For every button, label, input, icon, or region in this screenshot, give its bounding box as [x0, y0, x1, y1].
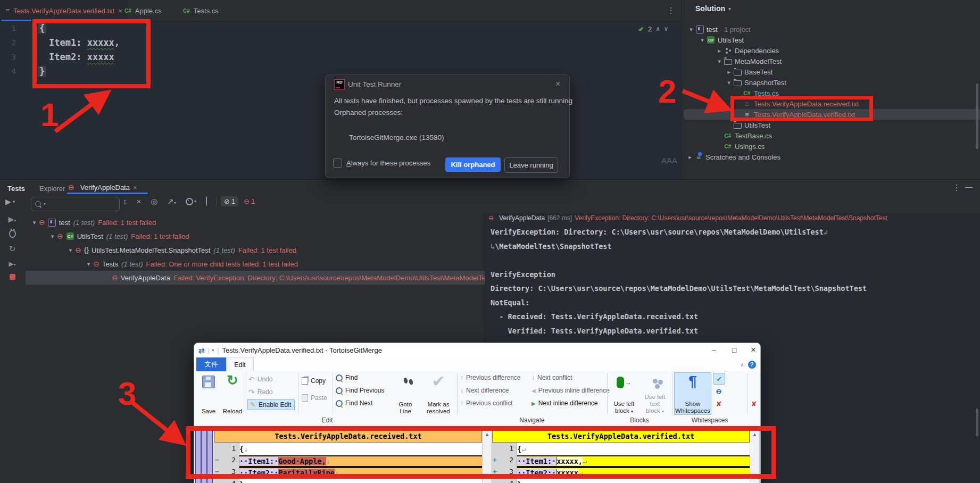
paste-button[interactable]: Paste [302, 394, 327, 402]
preview-icon[interactable]: ◎ [151, 197, 157, 206]
tree-item-solution-test[interactable]: ▾ test · 1 project [684, 24, 977, 35]
tree-item-project-utilstest[interactable]: ▾ C# UtilsTest [684, 35, 980, 45]
diff-line-changed[interactable]: ··Item1:·xxxxx,↵ [517, 455, 750, 467]
collapse-all-icon[interactable]: × [137, 197, 142, 206]
scroll-up-icon[interactable]: ▲ [752, 431, 758, 483]
tab-tests-cs[interactable]: C# Tests.cs [178, 0, 224, 21]
locator-bar[interactable] [195, 428, 201, 483]
failed-filter-badge[interactable]: ⊖ 1 [244, 197, 255, 205]
search-input[interactable]: ▾ [31, 197, 120, 211]
close-icon[interactable]: × [555, 79, 560, 89]
file-menu-tab[interactable]: 文件 [196, 357, 226, 371]
previous-difference-button[interactable]: ↑Previous difference [460, 374, 521, 381]
tree-item-utilstest-folder[interactable]: UtilsTest [684, 120, 980, 130]
edit-tab[interactable]: Edit [226, 357, 254, 372]
enable-edit-button[interactable]: ✎Enable Edit [247, 399, 295, 410]
checkbox-icon[interactable] [333, 159, 342, 168]
scroll-up-icon[interactable]: ▲ [485, 431, 490, 483]
diff-line[interactable]: } [239, 479, 482, 483]
rerun-icon[interactable]: ↻ [9, 244, 16, 254]
previous-conflict-button[interactable]: ↑Previous conflict [460, 399, 512, 407]
stop-icon[interactable] [10, 274, 15, 280]
quick-access-dropdown-icon[interactable]: ▾ [212, 348, 214, 353]
find-previous-button[interactable]: Find Previous [336, 387, 384, 394]
chevron-down-icon[interactable]: ▾ [687, 26, 695, 33]
tree-item-basetest[interactable]: ▸ BaseTest [684, 66, 980, 77]
diff-line[interactable]: {↓ [239, 443, 482, 455]
next-difference-button[interactable]: ↓Next difference [460, 387, 509, 394]
find-next-button[interactable]: Find Next [336, 399, 372, 407]
run-icon[interactable]: ▶ [5, 197, 11, 206]
right-pane-scrollbar[interactable]: ▲ [750, 430, 760, 483]
chevron-down-icon[interactable]: ▾ [48, 233, 57, 240]
show-whitespaces-button[interactable]: ¶ ShowWhitespaces [674, 372, 711, 415]
undo-button[interactable]: ↶Undo [248, 375, 272, 384]
tab-tests[interactable]: Tests [7, 184, 25, 193]
next-conflict-button[interactable]: ↓Next conflict [531, 374, 572, 381]
chevron-down-icon[interactable]: ▾ [30, 219, 39, 226]
next-inline-difference-button[interactable]: ▶Next inline difference [531, 399, 598, 407]
chevron-right-icon[interactable]: ▸ [715, 47, 724, 54]
chevron-down-icon[interactable]: ▾ [715, 58, 724, 65]
whitespace-ignore-icon[interactable]: ⊖ [713, 386, 724, 396]
kill-orphaned-button[interactable]: Kill orphaned [445, 157, 501, 172]
run-all-icon[interactable]: ▶▾ [9, 215, 16, 223]
tree-item-scratches[interactable]: ▸ ≡ Scratches and Consoles [684, 152, 976, 162]
minimize-button[interactable]: – [706, 343, 722, 357]
title-bar[interactable]: ⇄ | ▾ | Tests.VerifyAppleData.verified.t… [194, 343, 760, 357]
tab-apple-cs[interactable]: C# Apple.cs [119, 0, 167, 21]
tree-item-usings-cs[interactable]: C# Usings.cs [684, 141, 980, 152]
copy-button[interactable]: Copy [302, 377, 326, 385]
save-button[interactable]: Save [197, 372, 220, 415]
tree-item-dependencies[interactable]: ▸ Dependencies [684, 45, 980, 56]
diff-line-changed[interactable]: ··Item1:·Good·Apple,↓ [239, 455, 482, 467]
tree-item-testbase-cs[interactable]: C# TestBase.cs [684, 130, 980, 141]
chevron-down-icon[interactable]: ▾ [698, 37, 707, 44]
chevron-down-icon[interactable]: ▾ [84, 261, 93, 268]
search-dropdown-icon[interactable]: ▾ [44, 202, 46, 206]
chevron-right-icon[interactable]: ▸ [686, 154, 694, 161]
help-icon[interactable]: ? [748, 357, 756, 371]
muted-filter-badge[interactable]: ⊘ 1 [221, 196, 238, 206]
settings-gear-icon[interactable]: ▾ [186, 198, 196, 205]
next-issue-icon[interactable]: ∨ [664, 25, 668, 32]
mark-resolved-button[interactable]: ✔ Mark asresolved [421, 372, 456, 415]
prev-issue-icon[interactable]: ∧ [656, 25, 660, 32]
previous-inline-difference-button[interactable]: ◀Previous inline difference [531, 387, 610, 394]
chevron-down-icon[interactable]: ▾ [725, 79, 733, 86]
debug-icon[interactable] [9, 230, 16, 238]
tree-item-verified-txt[interactable]: ≡ Tests.VerifyAppleData.verified.txt [684, 109, 980, 120]
goto-line-button[interactable]: GotoLine [392, 372, 419, 415]
tab-explorer[interactable]: Explorer [39, 184, 65, 193]
tree-item-received-txt[interactable]: ≡ Tests.VerifyAppleData.received.txt [684, 98, 980, 109]
kebab-menu-icon[interactable]: ⋮ [667, 5, 675, 15]
close-button[interactable]: × [745, 343, 761, 357]
test-node-solution[interactable]: ▾ ⊖ test (1 test) Failed: 1 test failed [26, 215, 487, 229]
test-node-tests[interactable]: ▾ ⊖ Tests (1 test) Failed: One or more c… [26, 257, 542, 271]
diff-line-changed[interactable]: ··Item2:·xxxxx↵ [517, 467, 750, 479]
diff-line[interactable]: {↵ [517, 443, 750, 455]
tree-item-snapshottest[interactable]: ▾ SnapshotTest [684, 77, 980, 88]
chevron-right-icon[interactable]: ▸ [725, 69, 733, 76]
diff-line[interactable]: } [517, 479, 750, 483]
scrollbar[interactable] [976, 84, 978, 149]
use-left-text-block-button[interactable]: Use left textblock ▾ [639, 372, 671, 415]
reload-button[interactable]: ↻ Reload [221, 372, 244, 415]
find-button[interactable]: Find [336, 374, 358, 381]
locator-bar[interactable] [207, 428, 213, 483]
chevron-down-icon[interactable]: ▾ [66, 247, 75, 254]
tab-verified-txt[interactable]: ≡ Tests.VerifyAppleData.verified.txt × [0, 0, 128, 21]
minimize-icon[interactable]: — [965, 182, 973, 191]
redo-button[interactable]: ↷Redo [248, 388, 272, 396]
inspections-widget[interactable]: ✔✔ 2 ∧ ∨ [638, 24, 668, 33]
tree-item-tests-cs[interactable]: C# Tests.cs [684, 88, 980, 98]
diff-line-changed[interactable]: ··Item2:·ParitallyRipe↓ [239, 467, 482, 479]
scrollbar[interactable] [976, 409, 978, 436]
use-left-block-button[interactable]: → Use leftblock ▾ [610, 372, 638, 415]
whitespace-x-icon[interactable]: ✘ [713, 398, 724, 409]
export-icon[interactable]: ↗▾ [167, 197, 176, 206]
tree-item-metamodeltest[interactable]: ▾ MetaModelTest [684, 56, 980, 66]
leave-running-button[interactable]: Leave running [504, 157, 558, 173]
solution-header[interactable]: Solution ▾ [695, 4, 731, 13]
always-checkbox[interactable]: Always for these processes [333, 159, 430, 168]
